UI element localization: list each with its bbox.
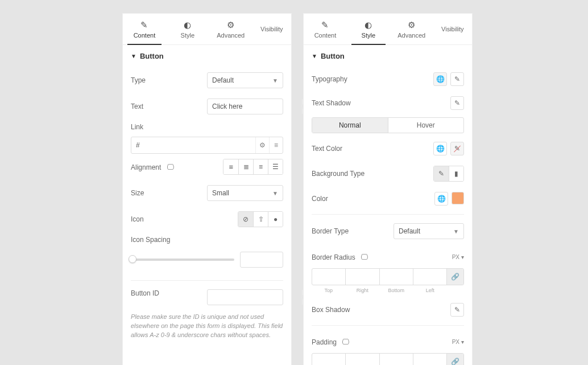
style-panel: ✎ Content ◐ Style ⚙ Advanced Visibility … bbox=[303, 13, 473, 365]
pencil-icon: ✎ bbox=[454, 306, 460, 314]
padding-unit[interactable]: PX ▾ bbox=[452, 339, 464, 345]
link-icon: 🔗 bbox=[451, 273, 459, 281]
desktop-icon[interactable]: 🖵 bbox=[167, 163, 174, 171]
bg-type-row: Background Type ✎ ▮ bbox=[312, 161, 464, 187]
padding-inputs: 🔗 bbox=[312, 353, 464, 365]
pencil-icon: ✎ bbox=[140, 20, 148, 30]
border-radius-link-button[interactable]: 🔗 bbox=[446, 269, 463, 285]
slider-thumb[interactable] bbox=[129, 255, 136, 263]
align-left-button[interactable]: ≡ bbox=[223, 159, 238, 174]
icon-none-button[interactable]: ⊘ bbox=[238, 212, 253, 227]
style-body: Typography 🌐 ✎ Text Shadow ✎ Normal Hove… bbox=[304, 65, 472, 365]
align-justify-button[interactable]: ☰ bbox=[268, 159, 283, 174]
state-normal-button[interactable]: Normal bbox=[312, 118, 388, 133]
state-hover-button[interactable]: Hover bbox=[388, 118, 464, 133]
pencil-icon: ✎ bbox=[454, 145, 460, 153]
none-icon: ⊘ bbox=[243, 215, 249, 223]
button-id-row: Button ID ≡ bbox=[131, 284, 283, 310]
link-input-wrap: ⚙ ≡ bbox=[131, 137, 283, 154]
tab-label: Advanced bbox=[217, 32, 245, 39]
border-radius-dim-labels: Top Right Bottom Left bbox=[312, 288, 464, 293]
typography-label: Typography bbox=[312, 75, 347, 83]
link-options-button[interactable]: ⚙ bbox=[255, 137, 269, 153]
gear-icon: ⚙ bbox=[259, 141, 266, 149]
padding-link-button[interactable]: 🔗 bbox=[446, 354, 463, 365]
button-id-input[interactable] bbox=[208, 290, 302, 305]
tab-advanced[interactable]: ⚙ Advanced bbox=[390, 14, 433, 44]
border-radius-unit[interactable]: PX ▾ bbox=[452, 254, 464, 260]
typography-global-button[interactable]: 🌐 bbox=[433, 72, 447, 86]
icon-spacing-input-wrap: ≡ bbox=[240, 252, 283, 268]
text-shadow-edit-button[interactable]: ✎ bbox=[450, 96, 464, 110]
type-select[interactable]: Default ▼ bbox=[207, 72, 283, 88]
align-left-icon: ≡ bbox=[229, 163, 233, 171]
icon-spacing-slider[interactable] bbox=[131, 259, 234, 261]
tab-style[interactable]: ◐ Style bbox=[166, 14, 209, 44]
pencil-icon: ✎ bbox=[454, 99, 460, 107]
pencil-icon: ✎ bbox=[454, 75, 460, 83]
bg-gradient-button[interactable]: ▮ bbox=[449, 166, 463, 181]
align-right-button[interactable]: ≡ bbox=[253, 159, 268, 174]
bg-type-group: ✎ ▮ bbox=[433, 166, 464, 182]
divider bbox=[312, 325, 464, 326]
size-value: Small bbox=[212, 189, 229, 197]
state-segmented: Normal Hover bbox=[312, 117, 464, 133]
link-icon: 🔗 bbox=[451, 358, 459, 365]
border-radius-left[interactable] bbox=[413, 269, 446, 285]
text-shadow-row: Text Shadow ✎ bbox=[312, 91, 464, 115]
upload-icon: ⇪ bbox=[258, 215, 264, 223]
icon-upload-button[interactable]: ⇪ bbox=[253, 212, 268, 227]
text-row: Text ≡ bbox=[131, 93, 283, 120]
chevron-down-icon: ▼ bbox=[272, 77, 278, 84]
desktop-icon[interactable]: 🖵 bbox=[361, 253, 368, 261]
text-color-global-button[interactable]: 🌐 bbox=[433, 142, 447, 155]
text-input[interactable] bbox=[208, 99, 302, 114]
padding-right[interactable] bbox=[345, 354, 379, 365]
align-center-button[interactable]: ≣ bbox=[238, 159, 253, 174]
tab-style[interactable]: ◐ Style bbox=[347, 14, 390, 44]
border-radius-top[interactable] bbox=[312, 269, 345, 285]
typography-edit-button[interactable]: ✎ bbox=[450, 72, 464, 86]
desktop-icon[interactable]: 🖵 bbox=[342, 338, 349, 346]
color-global-button[interactable]: 🌐 bbox=[434, 192, 448, 206]
tab-label: Content bbox=[134, 32, 156, 39]
tab-label: Visibility bbox=[260, 26, 283, 32]
size-select[interactable]: Small ▼ bbox=[207, 185, 283, 201]
link-label: Link bbox=[131, 120, 283, 134]
button-id-label: Button ID bbox=[131, 289, 159, 297]
tab-advanced[interactable]: ⚙ Advanced bbox=[209, 14, 252, 44]
tab-label: Style bbox=[362, 32, 375, 39]
icon-label: Icon bbox=[131, 215, 144, 223]
padding-bottom[interactable] bbox=[379, 354, 413, 365]
padding-top[interactable] bbox=[312, 354, 345, 365]
box-shadow-edit-button[interactable]: ✎ bbox=[450, 303, 464, 317]
link-dynamic-button[interactable]: ≡ bbox=[269, 137, 283, 153]
size-label: Size bbox=[131, 189, 144, 197]
tab-visibility[interactable]: Visibility bbox=[252, 14, 291, 44]
padding-left[interactable] bbox=[413, 354, 446, 365]
border-type-select[interactable]: Default ▼ bbox=[394, 223, 464, 239]
globe-icon: 🌐 bbox=[437, 195, 446, 203]
padding-header: Padding 🖵 PX ▾ bbox=[312, 329, 464, 350]
divider bbox=[312, 214, 464, 215]
icon-library-button[interactable]: ● bbox=[268, 212, 283, 227]
tab-content[interactable]: ✎ Content bbox=[123, 14, 166, 44]
type-value: Default bbox=[212, 76, 234, 84]
border-type-label: Border Type bbox=[312, 227, 349, 235]
bg-classic-button[interactable]: ✎ bbox=[434, 166, 449, 181]
color-swatch[interactable] bbox=[452, 192, 464, 204]
gradient-icon: ▮ bbox=[454, 170, 458, 178]
tab-content[interactable]: ✎ Content bbox=[304, 14, 347, 44]
border-radius-bottom[interactable] bbox=[379, 269, 413, 285]
icon-row: Icon ⊘ ⇪ ● bbox=[131, 206, 283, 232]
text-color-picker[interactable]: ✎ bbox=[450, 142, 464, 155]
section-header-button[interactable]: ▼ Button bbox=[304, 45, 472, 65]
pencil-icon: ✎ bbox=[321, 20, 329, 30]
tab-label: Advanced bbox=[397, 32, 425, 39]
border-radius-right[interactable] bbox=[345, 269, 379, 285]
link-input[interactable] bbox=[131, 141, 255, 149]
color-label: Color bbox=[312, 195, 328, 203]
tab-visibility[interactable]: Visibility bbox=[433, 14, 472, 44]
icon-spacing-label: Icon Spacing bbox=[131, 232, 283, 247]
section-header-button[interactable]: ▼ Button bbox=[123, 45, 291, 65]
